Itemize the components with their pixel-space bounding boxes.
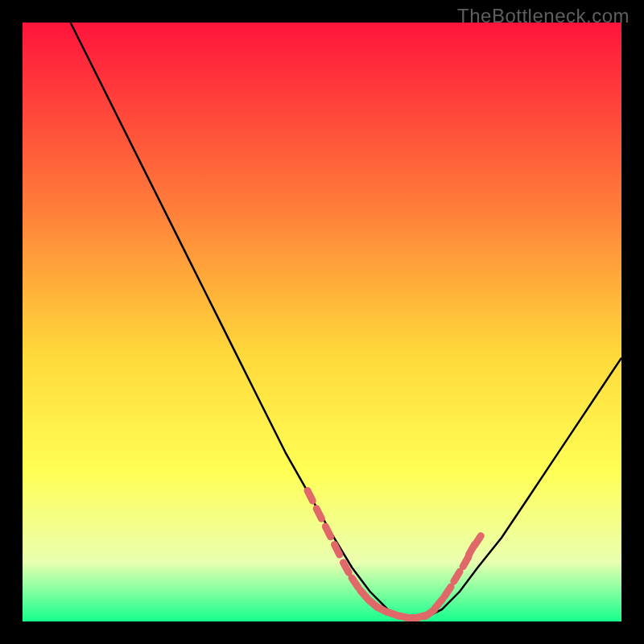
chart-frame: TheBottleneck.com — [0, 0, 644, 644]
curve-marker — [454, 572, 460, 581]
curve-marker — [308, 491, 312, 502]
curve-marker — [444, 587, 451, 597]
curve-marker — [343, 563, 349, 572]
curve-marker — [325, 526, 330, 537]
chart-svg — [23, 23, 621, 621]
curve-marker — [335, 545, 340, 555]
curve-marker — [316, 509, 321, 519]
curve-marker — [463, 557, 469, 567]
gradient-background — [23, 23, 621, 621]
